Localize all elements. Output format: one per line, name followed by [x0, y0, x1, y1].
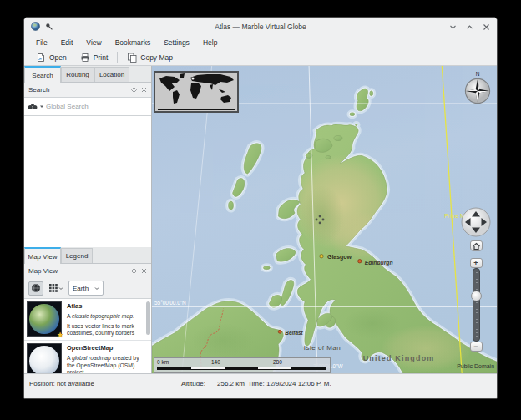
chevron-down-icon [449, 23, 457, 31]
current-location-dot [192, 78, 195, 80]
search-results-area[interactable] [24, 116, 151, 247]
scale-zero: 0 km [157, 359, 169, 365]
chevron-down-icon [94, 286, 99, 291]
list-item-atlas[interactable]: ★ Atlas A classic topographic map. It us… [24, 299, 151, 341]
favorite-star-icon: ★ [57, 331, 63, 339]
close-panel-icon[interactable] [141, 87, 147, 93]
close-icon [483, 23, 490, 31]
minimize-button[interactable] [448, 23, 457, 31]
close-button[interactable] [482, 23, 490, 31]
globe-view-button[interactable] [28, 281, 43, 296]
side-panel: Search Routing Location Search [24, 66, 152, 373]
latitude-label: 55°00'00.0"N [154, 300, 186, 306]
tab-routing[interactable]: Routing [61, 67, 94, 82]
scale-segments [157, 367, 326, 370]
tab-search[interactable]: Search [24, 66, 61, 83]
float-panel-icon[interactable] [131, 87, 137, 93]
map-view-dock-header: Map View [24, 264, 151, 278]
globe-icon [31, 283, 41, 293]
chevron-down-icon [58, 286, 63, 291]
chevron-down-icon[interactable] [39, 104, 44, 109]
list-scrollbar[interactable] [146, 301, 150, 335]
country-label: United Kingdom [363, 354, 435, 362]
maximize-button[interactable] [465, 23, 473, 31]
status-position: Position: not available [29, 380, 94, 387]
zoom-slider[interactable] [473, 268, 480, 342]
close-panel-icon[interactable] [141, 268, 147, 274]
city-label-edinburgh: Edinburgh [365, 260, 393, 266]
map-view-controls: Earth [24, 278, 151, 298]
scale-mid: 140 [211, 359, 220, 365]
menu-settings[interactable]: Settings [157, 38, 196, 47]
menubar: File Edit View Bookmarks Settings Help [24, 36, 497, 49]
printer-icon [80, 53, 90, 63]
home-button[interactable] [470, 240, 483, 251]
menu-help[interactable]: Help [196, 38, 224, 47]
tab-location[interactable]: Location [94, 67, 129, 82]
menu-file[interactable]: File [29, 38, 54, 47]
search-input[interactable] [46, 103, 126, 110]
attribution-label: Public Domain [457, 363, 494, 369]
city-dot-belfast [278, 330, 281, 333]
copy-icon [127, 53, 137, 63]
compass-north-label: N [463, 71, 493, 78]
map-canvas[interactable]: 55°00'00.0"N 3°00'00.0"W Prime Meridian … [152, 66, 497, 373]
zoom-slider-thumb[interactable] [471, 291, 482, 301]
titlebar[interactable]: Atlas — Marble Virtual Globe [24, 18, 497, 36]
marble-app-icon [31, 19, 40, 34]
document-open-icon [36, 53, 46, 63]
home-icon [472, 242, 481, 250]
statusbar: Position: not available Altitude: 256.2 … [24, 373, 497, 398]
float-panel-icon[interactable] [131, 268, 137, 274]
status-time: Time: 12/9/2024 12:06 P. M. [248, 380, 331, 387]
status-altitude-value: 256.2 km [217, 380, 245, 387]
chevron-up-icon [466, 23, 473, 31]
window-title: Atlas — Marble Virtual Globe [24, 23, 497, 31]
list-item-openstreetmap[interactable]: ★ OpenStreetMap A global roadmap created… [24, 341, 151, 373]
menu-edit[interactable]: Edit [54, 38, 80, 47]
overview-world-map[interactable] [154, 71, 239, 113]
toolbar: Open Print Copy Map [24, 49, 497, 66]
binoculars-icon[interactable] [28, 103, 38, 110]
grid-icon [49, 284, 58, 292]
marble-window: Atlas — Marble Virtual Globe File Edit V… [23, 17, 498, 399]
map-theme-thumbnail: ★ [27, 343, 62, 373]
pin-icon[interactable] [45, 19, 53, 34]
zoom-out-button[interactable]: − [470, 342, 483, 352]
open-button[interactable]: Open [29, 50, 73, 65]
zoom-slider-ticks [476, 272, 478, 337]
copy-map-button[interactable]: Copy Map [120, 50, 180, 65]
map-theme-list: ★ Atlas A classic topographic map. It us… [24, 298, 151, 373]
panel-tabbar-top: Search Routing Location [24, 66, 151, 83]
celestial-body-select[interactable]: Earth [68, 281, 104, 296]
menu-bookmarks[interactable]: Bookmarks [109, 38, 158, 47]
pan-control[interactable] [461, 207, 491, 237]
zoom-in-button[interactable]: + [470, 258, 483, 268]
city-dot-glasgow [320, 255, 323, 258]
city-dot-edinburgh [358, 260, 362, 263]
menu-view[interactable]: View [79, 38, 108, 47]
search-dock-header: Search [24, 83, 151, 97]
city-label-belfast: Belfast [285, 330, 303, 336]
tab-map-view[interactable]: Map View [24, 247, 61, 264]
toolbar-separator [117, 52, 118, 63]
projection-button[interactable] [47, 281, 65, 296]
search-bar [24, 97, 151, 116]
status-altitude-label: Altitude: [181, 380, 205, 387]
scale-max: 280 [273, 359, 282, 365]
map-theme-thumbnail: ★ [27, 301, 62, 337]
print-button[interactable]: Print [73, 50, 114, 65]
navigation-controls: + − [461, 207, 491, 352]
compass-rose[interactable]: N [463, 71, 493, 108]
tab-legend[interactable]: Legend [61, 248, 93, 263]
panel-tabbar-bottom: Map View Legend [24, 247, 151, 264]
map-scale-bar: 0 km 140 280 [154, 357, 331, 373]
region-label: Isle of Man [304, 344, 341, 352]
city-label-glasgow: Glasgow [327, 254, 352, 261]
